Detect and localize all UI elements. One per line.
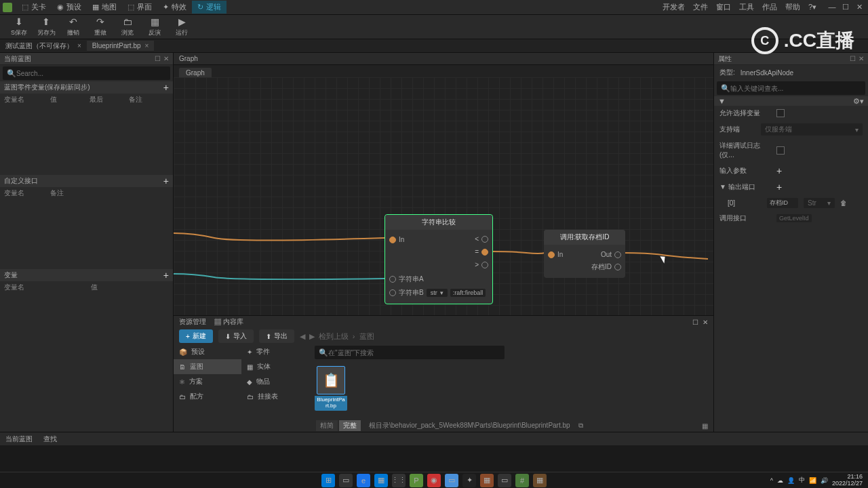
close-icon[interactable]: ×	[145, 42, 149, 49]
side-attach[interactable]: 🗀 挂接表	[241, 389, 309, 404]
asset-search[interactable]: 🔍	[315, 346, 505, 359]
port-in[interactable]	[389, 237, 396, 243]
volume-icon[interactable]: 🔊	[821, 477, 828, 484]
new-button[interactable]: + 新建	[179, 329, 213, 343]
menu-preset[interactable]: ◉ 预设	[52, 1, 87, 14]
menu-level[interactable]: ⬚ 关卡	[16, 1, 52, 14]
menu-dev[interactable]: 开发者	[658, 1, 689, 14]
asset-item[interactable]: 📋 BlueprintPart.bp	[315, 366, 347, 414]
menu-tools[interactable]: 工具	[735, 1, 758, 14]
browse-button[interactable]: 🗀浏览	[114, 16, 141, 38]
type-dropdown[interactable]: Str▾	[804, 198, 835, 208]
tray-icon[interactable]: ☁	[777, 477, 783, 484]
import-button[interactable]: ⬇ 导入	[218, 329, 254, 343]
value-box[interactable]: :raft:fireball	[450, 289, 486, 297]
redo-button[interactable]: ↷重做	[87, 16, 114, 38]
run-button[interactable]: ▶运行	[168, 16, 195, 38]
app-icon[interactable]: ▦	[533, 474, 547, 487]
port-lt[interactable]	[481, 236, 488, 243]
maximize-icon[interactable]: ☐	[840, 1, 852, 13]
close-icon[interactable]: ✕	[853, 1, 865, 13]
close-icon[interactable]: ✕	[163, 55, 169, 62]
port-strA[interactable]	[389, 276, 396, 283]
menu-question[interactable]: ?▾	[804, 1, 821, 14]
copy-icon[interactable]: ⧉	[578, 422, 583, 430]
node-get-save-id[interactable]: 调用:获取存档ID In Out 存档ID	[544, 230, 625, 278]
settings-icon[interactable]: ⚙▾	[853, 97, 864, 106]
app-icon[interactable]: ▦	[374, 474, 388, 487]
side-preset[interactable]: 📦 预设	[174, 344, 241, 359]
back-icon[interactable]: ◀	[300, 332, 305, 341]
close-icon[interactable]: ✕	[859, 55, 864, 62]
dropdown[interactable]: 仅服务端▾	[761, 123, 863, 136]
checkbox[interactable]	[776, 146, 785, 155]
tab-blueprint[interactable]: BlueprintPart.bp×	[87, 41, 155, 51]
fwd-icon[interactable]: ▶	[309, 332, 315, 341]
tab-resources[interactable]: 资源管理	[179, 317, 206, 327]
app-icon[interactable]: P	[410, 474, 423, 487]
minimize-icon[interactable]: —	[826, 1, 838, 13]
section-vars[interactable]: 蓝图零件变量(保存刷新同步)+	[0, 81, 173, 94]
plus-icon[interactable]: +	[163, 82, 169, 93]
wifi-icon[interactable]: 📶	[809, 477, 816, 484]
app-icon[interactable]: ◉	[427, 474, 441, 487]
port-in[interactable]	[548, 251, 555, 258]
section-custom[interactable]: 自定义接口+	[0, 175, 173, 187]
plus-icon[interactable]: +	[163, 270, 169, 281]
type-dropdown[interactable]: str ▾	[427, 289, 448, 297]
port-name[interactable]: 存档ID	[767, 198, 798, 208]
prop-divider[interactable]: ▼⚙▾	[714, 96, 868, 106]
graph-canvas[interactable]: 字符串比较 In 字符串A 字符串B str ▾ :raft:fireball …	[174, 77, 713, 315]
undo-button[interactable]: ↶撤销	[60, 16, 87, 38]
app-icon[interactable]: ▭	[498, 474, 511, 487]
plus-icon[interactable]: +	[776, 182, 782, 192]
menu-help[interactable]: 帮助	[781, 1, 804, 14]
port-eq[interactable]	[481, 249, 488, 256]
tab-content[interactable]: ▦ 内容库	[214, 317, 243, 327]
ime-icon[interactable]: 中	[799, 476, 805, 485]
node-string-compare[interactable]: 字符串比较 In 字符串A 字符串B str ▾ :raft:fireball …	[384, 214, 493, 304]
graph-tab[interactable]: Graph	[179, 68, 212, 78]
plus-icon[interactable]: +	[163, 176, 169, 186]
menu-map[interactable]: ▦ 地图	[87, 1, 122, 14]
save-button[interactable]: ⬇S保存	[5, 16, 33, 38]
prop-search[interactable]: 🔍	[717, 81, 865, 95]
menu-fx[interactable]: ✦ 特效	[157, 1, 192, 14]
section-var[interactable]: 变量+	[0, 269, 173, 281]
close-icon[interactable]: ✕	[703, 319, 708, 326]
seg-compact[interactable]: 精简	[316, 420, 338, 431]
side-item[interactable]: ◆ 物品	[241, 374, 309, 389]
side-recipe[interactable]: 🗀 配方	[174, 389, 241, 404]
dock-icon[interactable]: ☐	[692, 319, 698, 326]
close-icon[interactable]: ×	[77, 42, 81, 49]
export-button[interactable]: ⬆ 导出	[259, 329, 294, 343]
port-saveid[interactable]	[614, 264, 621, 270]
view-segments[interactable]: 精简 完整	[316, 420, 361, 431]
checkbox[interactable]	[776, 109, 785, 117]
menu-file[interactable]: 文件	[689, 1, 712, 14]
menu-ui[interactable]: ⬚ 界面	[122, 1, 157, 14]
side-plan[interactable]: ⚛ 方案	[174, 374, 241, 389]
asset-search-input[interactable]	[328, 349, 500, 357]
app-icon[interactable]: #	[515, 474, 529, 487]
app-icon[interactable]: ⋮⋮	[392, 474, 406, 487]
dock-icon[interactable]: ☐	[850, 55, 856, 62]
tray-icon[interactable]: 👤	[787, 477, 795, 484]
app-icon[interactable]: ▭	[339, 474, 353, 487]
reverse-button[interactable]: ▦反演	[141, 16, 168, 38]
search-input[interactable]	[16, 70, 166, 77]
side-entity[interactable]: ▦ 实体	[241, 359, 309, 374]
edge-icon[interactable]: e	[357, 474, 370, 487]
seg-full[interactable]: 完整	[339, 420, 361, 431]
prop-search-input[interactable]	[730, 85, 861, 92]
saveas-button[interactable]: ⬆另存为	[33, 16, 60, 38]
start-icon[interactable]: ⊞	[321, 474, 335, 487]
status-current[interactable]: 当前蓝图	[5, 434, 33, 444]
menu-window[interactable]: 窗口	[712, 1, 735, 14]
plus-icon[interactable]: +	[776, 165, 782, 176]
menu-works[interactable]: 作品	[758, 1, 781, 14]
port-strB[interactable]	[389, 289, 396, 296]
port-gt[interactable]	[481, 262, 488, 268]
prop-outports[interactable]: ▼ 输出端口 +	[714, 179, 868, 195]
system-tray[interactable]: ^ ☁ 👤 中 📶 🔊 21:162022/12/27	[770, 474, 863, 487]
